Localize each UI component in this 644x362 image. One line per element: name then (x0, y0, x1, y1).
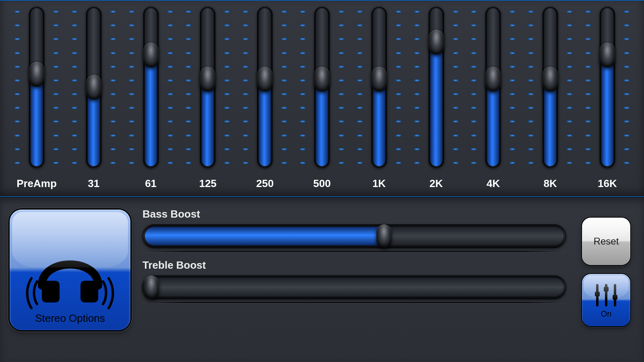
eq-band: 8K (526, 3, 575, 192)
eq-slider[interactable] (600, 7, 615, 168)
eq-band-label: 500 (313, 177, 330, 190)
right-button-column: Reset On (578, 206, 634, 362)
slider-thumb[interactable] (376, 224, 392, 248)
boost-section: Bass Boost Treble Boost (142, 206, 566, 362)
eq-band: 1K (355, 3, 404, 192)
eq-on-button[interactable]: On (582, 274, 630, 326)
slider-thumb[interactable] (314, 67, 330, 92)
equalizer-sliders-icon (591, 282, 621, 309)
eq-band-label: 8K (544, 177, 557, 190)
eq-slider[interactable] (143, 7, 159, 168)
reset-button[interactable]: Reset (582, 218, 630, 265)
slider-thumb[interactable] (429, 30, 444, 55)
bass-boost-label: Bass Boost (142, 208, 566, 220)
eq-band: 2K (412, 3, 461, 192)
stereo-options-button[interactable]: Stereo Options (10, 210, 130, 330)
eq-band-label: 4K (487, 177, 500, 190)
svg-rect-6 (604, 287, 609, 292)
bass-boost-slider[interactable] (142, 224, 566, 248)
eq-band: 250 (240, 3, 289, 192)
eq-band-label: 31 (88, 177, 99, 190)
slider-thumb[interactable] (200, 67, 215, 92)
bottom-panel: Stereo Options Bass Boost Treble Boost (0, 197, 644, 362)
slider-thumb[interactable] (372, 67, 387, 92)
eq-slider[interactable] (372, 7, 387, 168)
slider-thumb[interactable] (86, 75, 101, 100)
svg-rect-1 (80, 281, 98, 302)
headphones-icon (26, 237, 114, 310)
eq-band: 500 (297, 3, 347, 192)
eq-band-label: 125 (199, 177, 217, 190)
eq-band-label: PreAmp (17, 177, 57, 190)
treble-boost-label: Treble Boost (142, 259, 566, 272)
treble-boost-slider[interactable] (142, 276, 566, 299)
treble-boost-group: Treble Boost (142, 259, 566, 303)
bass-boost-group: Bass Boost (142, 208, 566, 252)
eq-slider[interactable] (543, 7, 558, 168)
eq-slider[interactable] (86, 7, 101, 168)
eq-panel: PreAmp31611252505001K2K4K8K16K (0, 0, 644, 197)
svg-rect-0 (42, 281, 60, 302)
eq-band-label: 250 (256, 177, 273, 190)
slider-thumb[interactable] (144, 276, 159, 299)
eq-band-label: 2K (429, 177, 443, 190)
slider-thumb[interactable] (600, 43, 615, 68)
eq-band: 16K (583, 3, 632, 192)
svg-rect-5 (595, 292, 600, 296)
eq-band-label: 16K (598, 177, 617, 190)
eq-band: 31 (69, 3, 118, 192)
eq-band: PreAmp (12, 3, 61, 192)
slider-thumb[interactable] (143, 43, 159, 68)
eq-slider[interactable] (314, 7, 330, 168)
stereo-options-label: Stereo Options (35, 312, 105, 325)
eq-band-label: 61 (145, 177, 157, 190)
reset-button-label: Reset (594, 236, 619, 247)
eq-slider[interactable] (29, 7, 44, 168)
eq-band: 4K (469, 3, 518, 192)
eq-slider[interactable] (485, 7, 501, 168)
svg-rect-7 (613, 295, 617, 300)
equalizer-app: PreAmp31611252505001K2K4K8K16K Stereo Op… (0, 0, 644, 362)
slider-thumb[interactable] (543, 67, 558, 92)
slider-thumb[interactable] (257, 67, 272, 92)
eq-slider[interactable] (200, 7, 215, 168)
eq-slider[interactable] (257, 7, 272, 168)
eq-band: 125 (183, 3, 232, 192)
slider-thumb[interactable] (29, 62, 44, 87)
slider-thumb[interactable] (485, 67, 501, 92)
eq-band: 61 (126, 3, 175, 192)
eq-slider[interactable] (429, 7, 444, 168)
eq-on-button-label: On (601, 309, 612, 319)
eq-band-label: 1K (372, 177, 386, 190)
